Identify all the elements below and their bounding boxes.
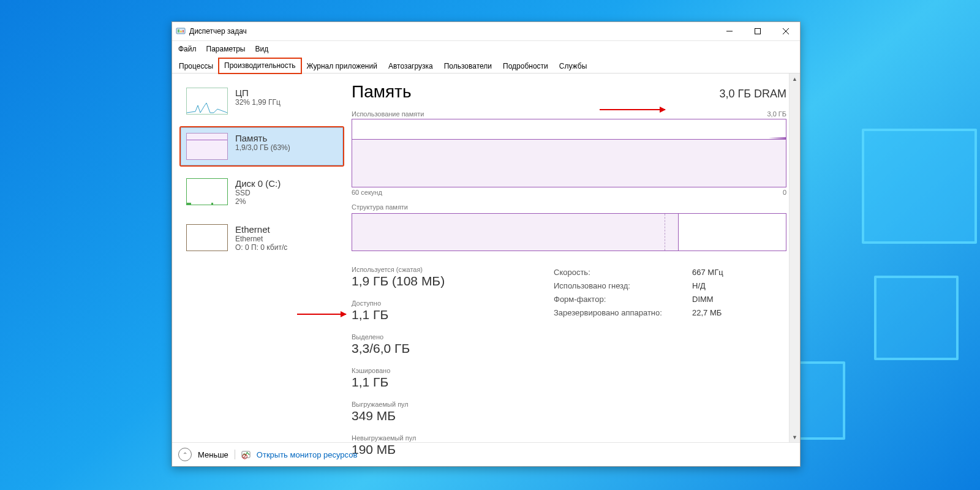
axis-right: 0	[783, 189, 786, 196]
menu-options[interactable]: Параметры	[202, 43, 251, 55]
spec-hwres-value: 22,7 МБ	[692, 306, 722, 320]
metric-pagedpool-label: Выгружаемый пул	[352, 401, 443, 408]
app-icon	[176, 26, 186, 36]
svg-rect-1	[178, 29, 179, 32]
axis-left: 60 секунд	[352, 189, 382, 196]
sidebar-item-disk[interactable]: Диск 0 (C:) SSD 2%	[181, 173, 343, 211]
wallpaper-shape	[874, 276, 959, 360]
menu-file[interactable]: Файл	[173, 43, 202, 55]
task-manager-window: Диспетчер задач Файл Параметры Вид Проце…	[172, 21, 801, 467]
tab-details[interactable]: Подробности	[497, 59, 554, 74]
titlebar[interactable]: Диспетчер задач	[172, 22, 800, 41]
scroll-down-icon[interactable]: ▼	[790, 432, 800, 442]
metric-cached-label: Кэшировано	[352, 367, 425, 374]
tab-services[interactable]: Службы	[554, 59, 592, 74]
memory-capacity-label: 3,0 ГБ DRAM	[719, 88, 786, 100]
main-panel: Память 3,0 ГБ DRAM Использование памяти …	[352, 82, 786, 442]
spec-slots-value: Н/Д	[692, 279, 706, 293]
composition-modified	[665, 214, 679, 251]
perf-sidebar: ЦП 32% 1,99 ГГц Память 1,9/3,0 ГБ (63%) …	[172, 74, 343, 442]
footer-divider	[235, 450, 235, 459]
sidebar-memory-sub: 1,9/3,0 ГБ (63%)	[235, 143, 290, 152]
disk-thumb-icon	[186, 178, 228, 205]
annotation-arrow-icon	[297, 314, 346, 315]
chevron-up-icon[interactable]: ⌃	[178, 448, 192, 461]
maximize-button[interactable]	[744, 22, 772, 40]
metric-cached-value: 1,1 ГБ	[352, 375, 425, 390]
sidebar-disk-sub: SSD	[235, 189, 281, 197]
sidebar-item-ethernet[interactable]: Ethernet Ethernet О: 0 П: 0 кбит/с	[181, 219, 343, 257]
spec-speed-value: 667 МГц	[692, 266, 723, 279]
tab-processes[interactable]: Процессы	[173, 59, 219, 74]
usage-graph-max: 3,0 ГБ	[767, 110, 786, 118]
vertical-scrollbar[interactable]: ▲ ▼	[789, 74, 800, 442]
sidebar-item-memory[interactable]: Память 1,9/3,0 ГБ (63%)	[181, 127, 343, 165]
metric-commit-value: 3,3/6,0 ГБ	[352, 341, 443, 356]
metric-used-value: 1,9 ГБ (108 МБ)	[352, 274, 445, 288]
wallpaper-shape	[862, 129, 977, 244]
page-title: Память	[352, 82, 412, 102]
usage-graph-label: Использование памяти	[352, 110, 424, 118]
spec-form-label: Форм-фактор:	[554, 293, 682, 306]
metric-pagedpool-value: 349 МБ	[352, 409, 443, 423]
memory-thumb-icon	[186, 133, 228, 160]
spec-slots-label: Использовано гнезд:	[554, 279, 682, 293]
composition-label: Структура памяти	[352, 203, 786, 211]
metric-avail-value: 1,1 ГБ	[352, 307, 425, 322]
sidebar-eth-sub: Ethernet	[235, 235, 287, 243]
menubar: Файл Параметры Вид	[172, 41, 800, 57]
metric-nonpagedpool-label: Невыгружаемый пул	[352, 434, 425, 442]
sidebar-eth-sub2: О: 0 П: 0 кбит/с	[235, 243, 287, 252]
footer-bar: ⌃ Меньше Открыть монитор ресурсов	[172, 442, 800, 466]
tab-users[interactable]: Пользователи	[439, 59, 497, 74]
memory-usage-fill	[352, 139, 786, 187]
svg-rect-2	[180, 31, 182, 32]
window-title: Диспетчер задач	[189, 27, 247, 36]
tab-performance[interactable]: Производительность	[219, 58, 301, 74]
resource-monitor-icon	[241, 450, 251, 459]
tabbar: Процессы Производительность Журнал прило…	[172, 57, 800, 74]
sidebar-cpu-title: ЦП	[235, 88, 281, 98]
metric-commit-label: Выделено	[352, 333, 443, 341]
composition-standby	[679, 214, 786, 251]
annotation-arrow-icon	[600, 109, 665, 110]
sidebar-disk-title: Диск 0 (C:)	[235, 178, 281, 189]
sidebar-memory-title: Память	[235, 133, 290, 143]
sidebar-cpu-sub: 32% 1,99 ГГц	[235, 98, 281, 107]
minimize-button[interactable]	[715, 22, 744, 40]
spec-speed-label: Скорость:	[554, 266, 682, 279]
open-resource-monitor-link[interactable]: Открыть монитор ресурсов	[257, 450, 357, 459]
metric-avail-label: Доступно	[352, 300, 425, 307]
fewer-details-button[interactable]: Меньше	[198, 450, 228, 459]
composition-in-use	[352, 214, 665, 251]
cpu-thumb-icon	[186, 88, 228, 115]
ethernet-thumb-icon	[186, 224, 228, 251]
spec-form-value: DIMM	[692, 293, 714, 306]
memory-composition-bar[interactable]	[352, 213, 786, 251]
tab-app-history[interactable]: Журнал приложений	[301, 59, 383, 74]
menu-view[interactable]: Вид	[250, 43, 273, 55]
scroll-up-icon[interactable]: ▲	[790, 74, 800, 84]
close-button[interactable]	[772, 22, 800, 40]
sidebar-eth-title: Ethernet	[235, 224, 287, 235]
svg-rect-5	[755, 29, 761, 34]
sidebar-disk-sub2: 2%	[235, 197, 281, 206]
tab-startup[interactable]: Автозагрузка	[383, 59, 439, 74]
memory-usage-graph[interactable]	[352, 119, 786, 187]
svg-rect-3	[183, 30, 184, 32]
metric-used-label: Используется (сжатая)	[352, 266, 445, 273]
sidebar-item-cpu[interactable]: ЦП 32% 1,99 ГГц	[181, 82, 343, 120]
spec-hwres-label: Зарезервировано аппаратно:	[554, 306, 682, 320]
